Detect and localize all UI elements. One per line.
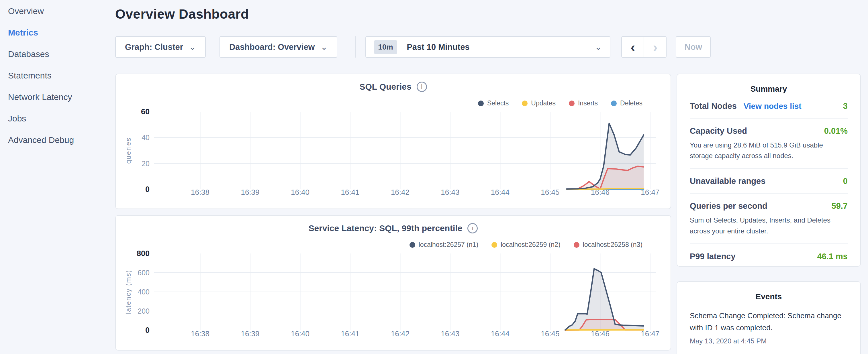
x-tick-label: 16:45 bbox=[541, 329, 559, 338]
y-axis-title: latency (ms) bbox=[124, 270, 132, 314]
controls-divider bbox=[355, 36, 355, 58]
x-tick-label: 16:39 bbox=[241, 329, 259, 338]
chevron-down-icon: ⌄ bbox=[189, 43, 196, 51]
x-tick-label: 16:44 bbox=[491, 188, 509, 196]
summary-row: P99 latency46.1 ms bbox=[690, 244, 848, 268]
events-panel: Events Schema Change Completed: Schema c… bbox=[677, 281, 861, 354]
sidebar-item-overview[interactable]: Overview bbox=[0, 0, 114, 22]
graph-dropdown[interactable]: Graph: Cluster ⌄ bbox=[115, 36, 206, 58]
page-title: Overview Dashboard bbox=[115, 6, 249, 22]
summary-row-description: Sum of Selects, Updates, Inserts, and De… bbox=[690, 215, 848, 236]
y-tick-label: 40 bbox=[142, 133, 150, 141]
x-tick-label: 16:40 bbox=[291, 329, 309, 338]
summary-row-label: Capacity Used bbox=[690, 126, 747, 136]
sidebar-item-advanced-debug[interactable]: Advanced Debug bbox=[0, 129, 114, 151]
sidebar: OverviewMetricsDatabasesStatementsNetwor… bbox=[0, 0, 114, 151]
service-latency-chart-card: Service Latency: SQL, 99th percentile i … bbox=[115, 215, 671, 351]
summary-row-value: 46.1 ms bbox=[817, 252, 848, 261]
summary-row-value: 3 bbox=[843, 101, 848, 111]
sidebar-nav: OverviewMetricsDatabasesStatementsNetwor… bbox=[0, 0, 114, 151]
time-range-label: Past 10 Minutes bbox=[407, 42, 470, 52]
event-item[interactable]: Schema Change Completed: Schema change w… bbox=[690, 310, 848, 345]
event-text: Schema Change Completed: Schema change w… bbox=[690, 310, 848, 334]
sidebar-item-metrics[interactable]: Metrics bbox=[0, 22, 114, 43]
time-nav-group: ‹ › bbox=[621, 36, 666, 58]
sidebar-item-jobs[interactable]: Jobs bbox=[0, 108, 114, 129]
summary-title: Summary bbox=[690, 85, 848, 94]
summary-row-label: Queries per second bbox=[690, 201, 767, 211]
dashboard-dropdown-label: Dashboard: Overview bbox=[229, 42, 315, 52]
events-list: Schema Change Completed: Schema change w… bbox=[690, 310, 848, 345]
event-timestamp: May 13, 2020 at 4:45 PM bbox=[690, 337, 848, 345]
x-tick-label: 16:43 bbox=[441, 188, 459, 196]
y-tick-label: 20 bbox=[142, 160, 150, 167]
y-tick-label: 0 bbox=[145, 326, 150, 334]
x-tick-label: 16:42 bbox=[391, 329, 409, 338]
dashboard-dropdown[interactable]: Dashboard: Overview ⌄ bbox=[219, 36, 337, 58]
time-range-badge: 10m bbox=[374, 40, 397, 54]
time-range-dropdown[interactable]: 10m Past 10 Minutes ⌄ bbox=[365, 36, 610, 58]
sidebar-item-network-latency[interactable]: Network Latency bbox=[0, 86, 114, 108]
x-tick-label: 16:40 bbox=[291, 188, 309, 196]
summary-row-description: You are using 28.6 MiB of 515.9 GiB usab… bbox=[690, 140, 848, 161]
sql-queries-chart-card: SQL Queries i SelectsUpdatesInsertsDelet… bbox=[115, 74, 671, 209]
sql-queries-plot[interactable]: 16:3816:3916:4016:4116:4216:4316:4416:45… bbox=[116, 74, 671, 208]
summary-row-label: Total Nodes bbox=[690, 101, 737, 111]
chevron-down-icon: ⌄ bbox=[595, 43, 602, 51]
x-tick-label: 16:46 bbox=[591, 329, 610, 338]
view-nodes-link[interactable]: View nodes list bbox=[744, 102, 802, 111]
sidebar-item-statements[interactable]: Statements bbox=[0, 65, 114, 86]
x-tick-label: 16:39 bbox=[241, 188, 259, 196]
time-back-button[interactable]: ‹ bbox=[622, 37, 644, 57]
time-forward-button[interactable]: › bbox=[644, 37, 666, 57]
summary-panel: Summary Total NodesView nodes list3Capac… bbox=[677, 74, 861, 267]
chevron-down-icon: ⌄ bbox=[320, 43, 328, 51]
summary-row-label: Unavailable ranges bbox=[690, 176, 766, 186]
y-tick-label: 800 bbox=[137, 249, 150, 258]
summary-row-value: 0 bbox=[843, 176, 848, 186]
now-button[interactable]: Now bbox=[676, 36, 711, 58]
summary-row-value: 0.01% bbox=[824, 126, 848, 136]
x-tick-label: 16:41 bbox=[341, 329, 359, 338]
summary-row-value: 59.7 bbox=[832, 201, 848, 211]
x-tick-label: 16:38 bbox=[191, 188, 210, 196]
x-tick-label: 16:45 bbox=[541, 188, 559, 196]
summary-row-label: P99 latency bbox=[690, 252, 736, 261]
y-tick-label: 60 bbox=[141, 107, 150, 116]
summary-row: Total NodesView nodes list3 bbox=[690, 94, 848, 119]
summary-rows: Total NodesView nodes list3Capacity Used… bbox=[690, 94, 848, 268]
controls-bar: Graph: Cluster ⌄ Dashboard: Overview ⌄ 1… bbox=[115, 36, 711, 58]
service-latency-plot[interactable]: 16:3816:3916:4016:4116:4216:4316:4416:45… bbox=[116, 216, 671, 350]
x-tick-label: 16:42 bbox=[391, 188, 409, 196]
y-axis-title: queries bbox=[124, 137, 132, 164]
y-tick-label: 0 bbox=[145, 185, 150, 194]
x-tick-label: 16:43 bbox=[441, 329, 459, 338]
x-tick-label: 16:41 bbox=[341, 188, 359, 196]
graph-dropdown-label: Graph: Cluster bbox=[125, 42, 183, 52]
events-title: Events bbox=[690, 292, 848, 301]
x-tick-label: 16:44 bbox=[491, 329, 509, 338]
x-tick-label: 16:47 bbox=[641, 329, 659, 338]
y-tick-label: 400 bbox=[137, 288, 150, 296]
summary-row: Capacity Used0.01%You are using 28.6 MiB… bbox=[690, 119, 848, 169]
y-tick-label: 600 bbox=[137, 269, 150, 277]
summary-row: Queries per second59.7Sum of Selects, Up… bbox=[690, 194, 848, 244]
sidebar-item-databases[interactable]: Databases bbox=[0, 43, 114, 65]
y-tick-label: 200 bbox=[137, 307, 150, 315]
x-tick-label: 16:38 bbox=[191, 329, 210, 338]
summary-row: Unavailable ranges0 bbox=[690, 169, 848, 194]
